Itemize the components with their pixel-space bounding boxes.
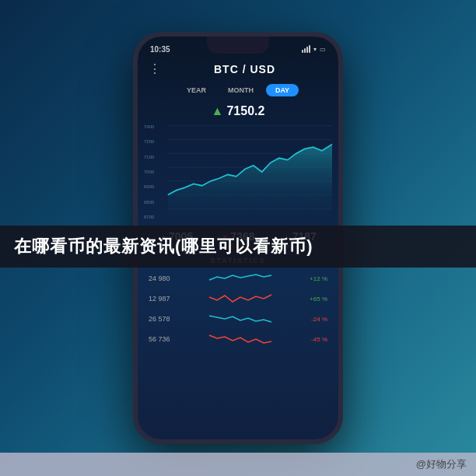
pair-title: BTC / USD <box>162 63 327 75</box>
tab-day[interactable]: DAY <box>266 84 299 96</box>
stat-row-1-change: +12 % <box>304 275 327 282</box>
chart-labels: 7400 7200 7100 7000 6900 6800 6700 <box>144 121 154 222</box>
chart-label-6: 7200 <box>144 139 154 144</box>
stat-row-4-change: -45 % <box>304 336 327 343</box>
watermark-banner: @好物分享 <box>0 453 476 476</box>
statistics-list: 24 980 +12 % 12 987 +65 % 26 578 <box>149 271 327 347</box>
price-display: ▲7150.2 <box>138 101 338 121</box>
app-header: ⋮ BTC / USD <box>138 58 338 79</box>
mini-chart-3 <box>183 311 298 327</box>
stat-row-4: 56 736 -45 % <box>149 331 327 347</box>
chart-label-3: 6900 <box>144 184 154 189</box>
tab-year[interactable]: YEAR <box>177 84 215 96</box>
stat-row-2-num: 12 987 <box>149 295 177 303</box>
price-chart <box>144 121 332 222</box>
chart-label-7: 7400 <box>144 124 154 129</box>
chart-label-1: 6700 <box>144 215 154 219</box>
chart-label-5: 7100 <box>144 155 154 159</box>
time-tabs: YEAR MONTH DAY <box>138 79 338 101</box>
menu-icon[interactable]: ⋮ <box>149 61 162 76</box>
wifi-icon: ▾ <box>313 46 317 53</box>
signal-bars-icon <box>302 45 310 53</box>
price-value: ▲7150.2 <box>212 104 265 117</box>
status-icons: ▾ ▭ <box>302 45 326 53</box>
price-up-arrow: ▲ <box>212 104 224 117</box>
stat-row-2: 12 987 +65 % <box>149 291 327 306</box>
mini-chart-4 <box>183 331 298 347</box>
chart-label-2: 6800 <box>144 200 154 205</box>
stat-row-2-change: +65 % <box>304 296 327 303</box>
dark-banner-text: 在哪看币的最新资讯(哪里可以看新币) <box>14 235 313 258</box>
stat-row-3: 26 578 -24 % <box>149 311 327 327</box>
stat-row-3-num: 26 578 <box>149 315 177 323</box>
stat-row-1: 24 980 +12 % <box>149 271 327 286</box>
dark-banner: 在哪看币的最新资讯(哪里可以看新币) <box>0 226 476 268</box>
phone-notch <box>207 37 269 54</box>
chart-area: 7400 7200 7100 7000 6900 6800 6700 <box>138 121 338 222</box>
stat-row-4-num: 56 736 <box>149 335 177 343</box>
stat-row-1-num: 24 980 <box>149 275 177 282</box>
battery-icon: ▭ <box>320 46 326 53</box>
watermark-text: @好物分享 <box>416 457 467 471</box>
mini-chart-1 <box>183 271 298 286</box>
stat-row-3-change: -24 % <box>304 316 327 323</box>
mini-chart-2 <box>183 291 298 306</box>
chart-label-4: 7000 <box>144 170 154 174</box>
tab-month[interactable]: MONTH <box>219 84 263 96</box>
status-time: 10:35 <box>150 45 170 54</box>
